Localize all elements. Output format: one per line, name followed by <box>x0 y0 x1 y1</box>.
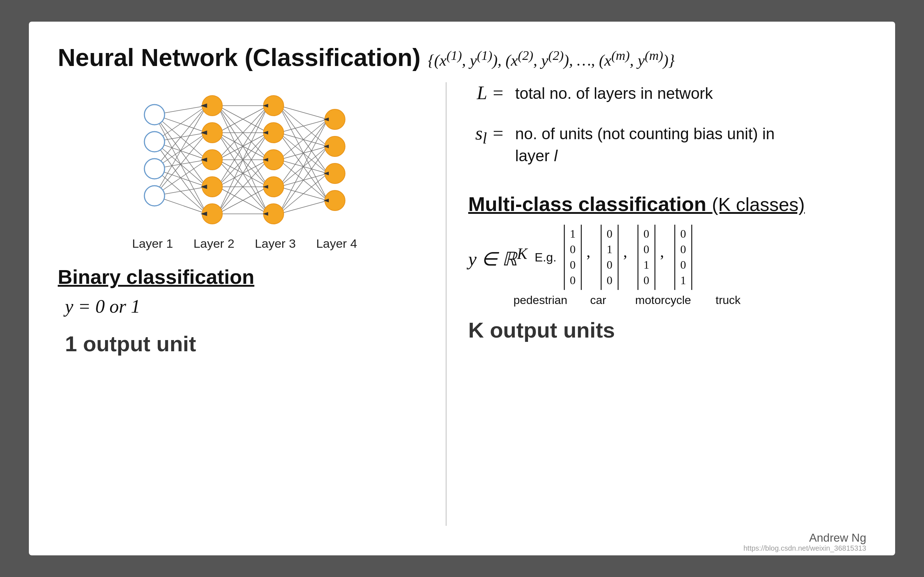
slide-title: Neural Network (Classification) <box>58 43 420 71</box>
nn-svg <box>122 82 367 234</box>
layer-2-label: Layer 2 <box>194 237 234 251</box>
binary-formula: y = 0 or 1 <box>58 296 431 317</box>
multi-y-formula: y ∈ ℝK <box>468 245 527 270</box>
matrix-1-row-2: 0 <box>570 257 576 272</box>
svg-point-65 <box>144 105 165 125</box>
matrix-2-row-0: 0 <box>607 226 612 242</box>
multi-class-section: Multi-class classification (K classes) y… <box>468 192 866 343</box>
slide: Neural Network (Classification) {(x(1), … <box>29 22 895 555</box>
class-truck: truck <box>699 293 757 307</box>
title-row: Neural Network (Classification) {(x(1), … <box>58 43 866 75</box>
matrix-4-row-0: 0 <box>680 226 686 242</box>
svg-line-63 <box>279 174 328 214</box>
svg-line-64 <box>279 200 328 214</box>
comma-3: , <box>660 243 664 261</box>
multi-title-k: (K classes) <box>712 194 805 215</box>
matrix-3-container: 0 0 1 0 , <box>637 225 667 290</box>
svg-point-66 <box>144 132 165 152</box>
sl-def-text: no. of units (not counting bias unit) in… <box>515 122 775 167</box>
comma-2: , <box>624 243 627 261</box>
svg-line-45 <box>279 106 328 119</box>
content-row: Layer 1 Layer 2 Layer 3 Layer 4 Binary c… <box>58 82 866 526</box>
matrix-4-container: 0 0 0 1 <box>674 225 692 290</box>
layer-labels: Layer 1 Layer 2 Layer 3 Layer 4 <box>122 237 367 251</box>
matrix-1: 1 0 0 0 <box>564 225 582 290</box>
attribution: Andrew Ng <box>809 531 866 545</box>
multi-formula-row: y ∈ ℝK E.g. 1 0 0 0 , <box>468 225 866 290</box>
svg-line-53 <box>279 119 328 160</box>
svg-line-61 <box>279 119 328 214</box>
matrix-3: 0 0 1 0 <box>637 225 656 290</box>
right-panel: L = total no. of layers in network sl = … <box>446 82 866 526</box>
matrix-2-row-1: 1 <box>607 242 612 257</box>
matrix-3-row-0: 0 <box>643 226 649 242</box>
sl-symbol: sl = <box>468 122 504 147</box>
svg-line-57 <box>279 119 328 187</box>
matrix-4-row-2: 0 <box>680 257 686 272</box>
sl-definition: sl = no. of units (not counting bias uni… <box>468 122 866 167</box>
matrix-2-row-3: 0 <box>607 272 612 288</box>
comma-1: , <box>586 243 591 261</box>
nn-diagram: Layer 1 Layer 2 Layer 3 Layer 4 <box>58 82 431 251</box>
matrix-2-row-2: 0 <box>607 257 612 272</box>
binary-title: Binary classification <box>58 265 431 288</box>
watermark: https://blog.csdn.net/weixin_36815313 <box>743 544 866 553</box>
svg-line-62 <box>279 147 328 214</box>
multi-title-text: Multi-class classification <box>468 193 706 215</box>
layer-4-label: Layer 4 <box>316 237 357 251</box>
matrix-4-row-3: 1 <box>680 272 686 288</box>
matrix-3-row-1: 0 <box>643 242 649 257</box>
class-motorcycle: motorcycle <box>627 293 699 307</box>
matrix-3-row-2: 1 <box>643 257 649 272</box>
left-panel: Layer 1 Layer 2 Layer 3 Layer 4 Binary c… <box>58 82 446 526</box>
matrix-1-container: 1 0 0 0 , <box>564 225 593 290</box>
svg-point-68 <box>144 186 165 206</box>
binary-output: 1 output unit <box>58 331 431 356</box>
multi-title: Multi-class classification (K classes) <box>468 192 866 216</box>
matrix-1-row-0: 1 <box>570 226 576 242</box>
matrix-4-row-1: 0 <box>680 242 686 257</box>
class-labels: pedestrian car motorcycle truck <box>468 293 866 307</box>
matrix-4: 0 0 0 1 <box>674 225 692 290</box>
L-def-text: total no. of layers in network <box>515 82 713 105</box>
L-definition: L = total no. of layers in network <box>468 82 866 105</box>
k-output: K output units <box>468 318 866 343</box>
title-formula: {(x(1), y(1)), (x(2), y(2)), …, (x(m), y… <box>428 48 675 69</box>
layer-1-label: Layer 1 <box>132 237 173 251</box>
matrix-3-row-3: 0 <box>643 272 649 288</box>
matrix-2-container: 0 1 0 0 , <box>601 225 630 290</box>
matrix-1-row-3: 0 <box>570 272 576 288</box>
class-car: car <box>569 293 627 307</box>
svg-point-67 <box>144 159 165 179</box>
class-pedestrian: pedestrian <box>512 293 569 307</box>
binary-section: Binary classification y = 0 or 1 1 outpu… <box>58 265 431 356</box>
layer-3-label: Layer 3 <box>255 237 296 251</box>
matrix-2: 0 1 0 0 <box>601 225 619 290</box>
svg-line-49 <box>279 119 328 133</box>
eg-label: E.g. <box>535 250 556 264</box>
matrix-1-row-1: 0 <box>570 242 576 257</box>
L-symbol: L = <box>468 82 504 103</box>
